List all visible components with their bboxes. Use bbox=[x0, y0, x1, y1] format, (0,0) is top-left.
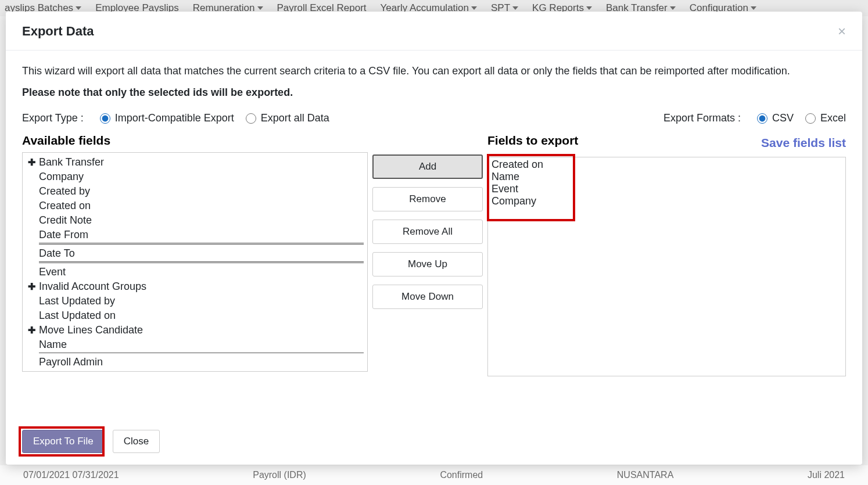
modal-body: This wizard will export all data that ma… bbox=[6, 51, 862, 419]
export-formats-label: Export Formats : bbox=[663, 112, 741, 124]
separator bbox=[39, 243, 364, 245]
available-field-label: Company bbox=[39, 171, 84, 183]
available-fields-column: Available fields ✚Bank Transfer✚Company✚… bbox=[22, 134, 368, 376]
available-field-label: Date From bbox=[39, 229, 88, 241]
available-field-item[interactable]: ✚Date To bbox=[26, 246, 364, 261]
modal-footer: Export To File Close bbox=[6, 419, 862, 465]
available-field-label: Payroll Admin bbox=[39, 356, 103, 368]
available-field-item[interactable]: ✚Name bbox=[26, 337, 364, 352]
intro-text: This wizard will export all data that ma… bbox=[22, 63, 846, 100]
chevron-down-icon bbox=[512, 6, 518, 10]
close-icon[interactable]: × bbox=[838, 23, 846, 39]
available-field-item[interactable]: ✚Credit Note bbox=[26, 213, 364, 228]
available-field-label: Credit Note bbox=[39, 214, 92, 227]
expand-icon[interactable]: ✚ bbox=[27, 281, 35, 292]
radio-excel[interactable]: Excel bbox=[805, 112, 846, 124]
export-field-item[interactable]: Company bbox=[490, 195, 843, 207]
columns: Available fields ✚Bank Transfer✚Company✚… bbox=[22, 134, 846, 376]
remove-button[interactable]: Remove bbox=[372, 187, 483, 211]
radio-csv-label: CSV bbox=[772, 112, 794, 124]
available-field-label: Bank Transfer bbox=[39, 156, 104, 168]
separator bbox=[39, 353, 364, 353]
radio-import-compatible-input[interactable] bbox=[100, 113, 110, 124]
add-button[interactable]: Add bbox=[372, 155, 483, 179]
chevron-down-icon bbox=[471, 6, 477, 10]
transfer-buttons-column: Add Remove Remove All Move Up Move Down bbox=[371, 134, 484, 376]
export-type-group: Export Type : Import-Compatible Export E… bbox=[22, 112, 329, 124]
available-field-label: Move Lines Candidate bbox=[39, 324, 143, 336]
available-field-item[interactable]: ✚Company bbox=[26, 170, 364, 184]
radio-export-all[interactable]: Export all Data bbox=[246, 112, 329, 124]
modal-header: Export Data × bbox=[6, 12, 862, 51]
chevron-down-icon bbox=[257, 6, 263, 10]
fields-to-export-column: Fields to export Save fields list Create… bbox=[487, 134, 846, 376]
close-button[interactable]: Close bbox=[113, 430, 160, 453]
available-field-label: Name bbox=[39, 339, 67, 351]
available-field-label: Invalid Account Groups bbox=[39, 281, 146, 293]
fields-to-export-listbox[interactable]: Created onNameEventCompany bbox=[487, 157, 846, 376]
available-field-label: Created on bbox=[39, 200, 91, 212]
separator bbox=[39, 261, 364, 263]
available-field-item[interactable]: ✚Created by bbox=[26, 184, 364, 199]
radio-csv[interactable]: CSV bbox=[757, 112, 794, 124]
available-field-item[interactable]: ✚Last Updated by bbox=[26, 294, 364, 308]
bg-payroll: Payroll (IDR) bbox=[253, 470, 306, 480]
remove-all-button[interactable]: Remove All bbox=[372, 220, 483, 244]
available-field-label: Last Updated on bbox=[39, 310, 116, 322]
background-data-row: 07/01/2021 07/31/2021 Payroll (IDR) Conf… bbox=[0, 465, 868, 485]
chevron-down-icon bbox=[586, 6, 592, 10]
options-row: Export Type : Import-Compatible Export E… bbox=[22, 112, 846, 124]
intro-bold: Please note that only the selected ids w… bbox=[22, 85, 846, 100]
bg-status: Confirmed bbox=[440, 470, 483, 480]
export-data-modal: Export Data × This wizard will export al… bbox=[6, 12, 862, 465]
available-field-item[interactable]: ✚Invalid Account Groups bbox=[26, 279, 364, 294]
available-field-item[interactable]: ✚Created on bbox=[26, 199, 364, 213]
move-down-button[interactable]: Move Down bbox=[372, 285, 483, 309]
intro-paragraph: This wizard will export all data that ma… bbox=[22, 65, 790, 77]
export-field-item[interactable]: Created on bbox=[490, 159, 843, 171]
export-formats-group: Export Formats : CSV Excel bbox=[663, 112, 846, 124]
available-field-item[interactable]: ✚Bank Transfer bbox=[26, 155, 364, 170]
radio-export-all-label: Export all Data bbox=[261, 112, 329, 124]
radio-export-all-input[interactable] bbox=[246, 113, 256, 124]
chevron-down-icon bbox=[670, 6, 676, 10]
available-field-item[interactable]: ✚Date From bbox=[26, 228, 364, 242]
expand-icon[interactable]: ✚ bbox=[27, 325, 35, 336]
chevron-down-icon bbox=[751, 6, 756, 10]
available-field-item[interactable]: ✚Move Lines Candidate bbox=[26, 323, 364, 337]
radio-import-compatible-label: Import-Compatible Export bbox=[115, 112, 234, 124]
move-up-button[interactable]: Move Up bbox=[372, 252, 483, 276]
fields-to-export-heading: Fields to export bbox=[487, 134, 578, 148]
modal-title: Export Data bbox=[22, 24, 94, 39]
export-field-item[interactable]: Event bbox=[490, 183, 843, 195]
radio-csv-input[interactable] bbox=[757, 113, 767, 124]
chevron-down-icon bbox=[76, 6, 81, 10]
available-field-label: Event bbox=[39, 266, 66, 278]
bg-dates: 07/01/2021 07/31/2021 bbox=[23, 470, 119, 480]
expand-icon[interactable]: ✚ bbox=[27, 157, 35, 168]
available-field-item[interactable]: ✚Payroll Admin bbox=[26, 355, 364, 369]
available-field-label: Created by bbox=[39, 185, 90, 197]
available-fields-heading: Available fields bbox=[22, 134, 368, 148]
export-field-item[interactable]: Name bbox=[490, 171, 843, 183]
available-field-item[interactable]: ✚Last Updated on bbox=[26, 308, 364, 323]
export-type-label: Export Type : bbox=[22, 112, 84, 124]
bg-period: Juli 2021 bbox=[808, 470, 845, 480]
bg-company: NUSANTARA bbox=[617, 470, 674, 480]
radio-excel-label: Excel bbox=[820, 112, 846, 124]
available-fields-listbox[interactable]: ✚Bank Transfer✚Company✚Created by✚Create… bbox=[22, 152, 368, 372]
export-to-file-button[interactable]: Export To File bbox=[22, 430, 105, 453]
radio-import-compatible[interactable]: Import-Compatible Export bbox=[100, 112, 234, 124]
radio-excel-input[interactable] bbox=[805, 113, 816, 124]
available-field-item[interactable]: ✚Event bbox=[26, 265, 364, 279]
available-field-label: Last Updated by bbox=[39, 295, 115, 307]
save-fields-list-link[interactable]: Save fields list bbox=[761, 136, 846, 150]
available-field-label: Date To bbox=[39, 247, 75, 260]
